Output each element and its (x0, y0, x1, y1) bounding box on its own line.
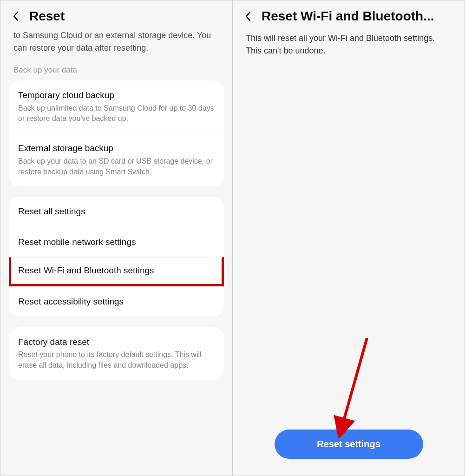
back-button[interactable] (10, 10, 22, 22)
item-desc: Reset your phone to its factory default … (18, 350, 215, 370)
item-title: Reset mobile network settings (18, 237, 215, 248)
header: Reset (0, 0, 232, 29)
chevron-left-icon (12, 11, 20, 22)
reset-options-card: Reset all settings Reset mobile network … (9, 197, 224, 317)
header: Reset Wi-Fi and Bluetooth... (233, 0, 465, 29)
description-text: This will reset all your Wi-Fi and Bluet… (233, 29, 465, 64)
item-desc: Back up unlimited data to Samsung Cloud … (18, 103, 215, 124)
temporary-cloud-backup-item[interactable]: Temporary cloud backup Back up unlimited… (9, 80, 224, 133)
item-title: Reset accessibility settings (18, 296, 215, 308)
reset-wifi-bluetooth-screen: Reset Wi-Fi and Bluetooth... This will r… (232, 0, 465, 476)
item-title: Reset Wi-Fi and Bluetooth settings (18, 265, 215, 277)
factory-reset-card: Factory data reset Reset your phone to i… (9, 327, 224, 380)
reset-wifi-bluetooth-item[interactable]: Reset Wi-Fi and Bluetooth settings (9, 257, 224, 286)
reset-settings-screen: Reset to Samsung Cloud or an external st… (0, 0, 232, 476)
external-storage-backup-item[interactable]: External storage backup Back up your dat… (9, 133, 224, 186)
page-title: Reset Wi-Fi and Bluetooth... (262, 9, 434, 24)
chevron-left-icon (244, 11, 252, 22)
item-title: External storage backup (18, 143, 215, 154)
page-title: Reset (29, 9, 65, 24)
item-desc: Back up your data to an SD card or USB s… (18, 156, 215, 177)
item-title: Factory data reset (18, 337, 215, 348)
item-title: Temporary cloud backup (18, 90, 215, 101)
intro-text: to Samsung Cloud or an external storage … (0, 29, 232, 61)
reset-all-settings-item[interactable]: Reset all settings (9, 197, 224, 227)
reset-mobile-network-item[interactable]: Reset mobile network settings (9, 227, 224, 258)
factory-data-reset-item[interactable]: Factory data reset Reset your phone to i… (9, 327, 224, 380)
back-button[interactable] (242, 10, 254, 22)
backup-options-card: Temporary cloud backup Back up unlimited… (9, 80, 224, 186)
reset-accessibility-item[interactable]: Reset accessibility settings (9, 286, 224, 317)
reset-settings-button[interactable]: Reset settings (275, 430, 423, 459)
item-title: Reset all settings (18, 206, 215, 218)
section-label-backup: Back up your data (0, 61, 232, 80)
